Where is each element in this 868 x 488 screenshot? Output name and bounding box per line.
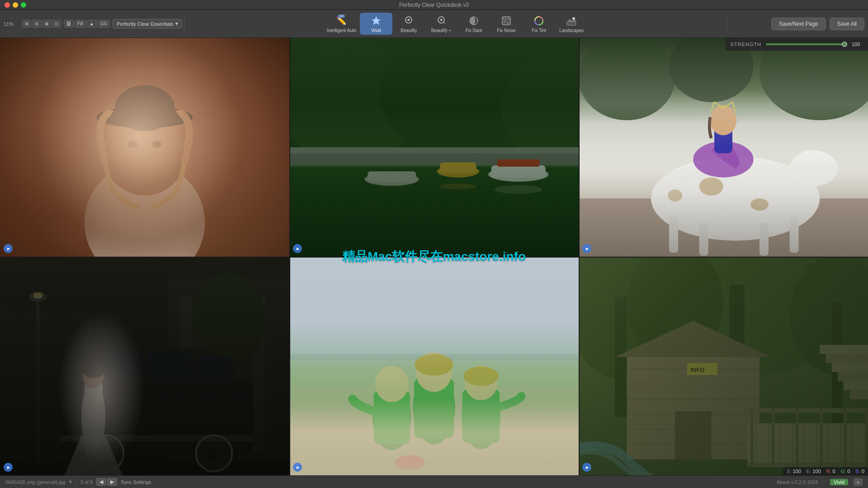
vivid-icon xyxy=(370,14,382,27)
svg-rect-11 xyxy=(507,22,509,23)
fix-tint-icon xyxy=(533,14,545,27)
strength-slider-thumb xyxy=(842,42,847,47)
view-btn-3[interactable]: ⊠ xyxy=(42,20,51,28)
strength-slider-fill xyxy=(766,43,847,45)
fix-tint-label: Fix Tint xyxy=(532,28,546,33)
photo-cell-1[interactable] xyxy=(0,38,289,257)
fix-dark-label: Fix Dark xyxy=(465,28,482,33)
vivid-status-badge: Vivid xyxy=(830,479,848,485)
photo-cell-3[interactable] xyxy=(579,38,868,257)
beautify-plus-label: Beautify + xyxy=(431,28,452,33)
preset-selector[interactable]: Perfectly Clear Essentials ▾ xyxy=(113,19,182,28)
cv-r-value: 0 xyxy=(833,469,835,474)
photo-cell-5[interactable] xyxy=(289,257,579,475)
zoom-level: 11% xyxy=(4,21,19,27)
toolbar-divider-1 xyxy=(184,15,184,33)
svg-rect-10 xyxy=(504,21,505,22)
photo-3-content xyxy=(579,38,868,257)
window-title: Perfectly Clear Quickdesk v3 xyxy=(399,2,469,8)
photo-2-content xyxy=(289,38,579,257)
intelligent-auto-icon: ✏️ HD xyxy=(335,14,348,27)
photo-cell-6[interactable]: INFO xyxy=(579,257,868,475)
cv-e: E: 100 xyxy=(807,469,821,474)
title-bar: Perfectly Clear Quickdesk v3 xyxy=(0,0,868,10)
beautify-plus-icon: + xyxy=(435,14,448,27)
filter-btn-4[interactable]: GG xyxy=(98,20,110,28)
photo-cell-4[interactable] xyxy=(0,257,289,475)
maximize-button[interactable] xyxy=(21,2,26,8)
svg-text:+: + xyxy=(443,22,445,25)
filter-btn-3[interactable]: ▲ xyxy=(87,20,97,28)
strength-panel: STRENGTH 100 xyxy=(725,38,868,51)
photo-5-play-btn[interactable] xyxy=(293,463,302,472)
status-bar: 06A5426.orig (generali).jpg ▾ | 3 of 6 ◀… xyxy=(0,475,868,488)
filename-display: 06A5426.orig (generali).jpg xyxy=(5,479,66,485)
tool-fix-tint[interactable]: Fix Tint xyxy=(523,13,555,35)
cv-e-value: 100 xyxy=(812,469,821,474)
grid-separator-vertical-2 xyxy=(579,38,580,475)
cv-r: R: 0 xyxy=(826,469,835,474)
expand-button[interactable]: » xyxy=(854,479,863,486)
svg-rect-7 xyxy=(503,18,505,19)
view-btn-4[interactable]: ⊡ xyxy=(52,20,61,28)
tool-fix-noise[interactable]: Fix Noise xyxy=(490,13,523,35)
toolbar-divider-2 xyxy=(726,15,727,33)
close-button[interactable] xyxy=(5,2,10,8)
filter-btn-1[interactable]: 🖼 xyxy=(64,20,74,28)
svg-point-1 xyxy=(408,19,410,21)
about-text: About v.3.2.0.1018 xyxy=(777,479,818,485)
photo-cell-2[interactable] xyxy=(289,38,579,257)
photo-5-content xyxy=(289,257,579,475)
preset-label: Perfectly Clear Essentials xyxy=(117,21,173,27)
photo-6-content xyxy=(579,257,868,475)
fix-noise-label: Fix Noise xyxy=(497,28,516,33)
tool-beautify[interactable]: Beautify xyxy=(392,13,425,35)
tool-beautify-plus[interactable]: + Beautify + xyxy=(425,13,458,35)
photo-2-play-btn[interactable] xyxy=(293,244,302,253)
save-next-button[interactable]: Save/Next Page xyxy=(771,18,826,30)
page-info: 3 of 6 xyxy=(80,479,93,485)
view-btn-2[interactable]: ⊟ xyxy=(32,20,41,28)
intelligent-auto-label: Intelligent Auto xyxy=(326,28,356,33)
tool-vivid[interactable]: Vivid xyxy=(360,13,392,35)
fix-dark-icon xyxy=(467,14,480,27)
sync-settings-button[interactable]: Sync Settings xyxy=(121,479,151,485)
cv-g-label: G: xyxy=(841,469,846,474)
tool-intelligent-auto[interactable]: ✏️ HD Intelligent Auto xyxy=(323,13,360,35)
filter-btn-2[interactable]: Fill xyxy=(75,20,86,28)
photo-4-content xyxy=(0,257,289,475)
minimize-button[interactable] xyxy=(13,2,18,8)
strength-label: STRENGTH xyxy=(731,42,762,47)
cv-s-value: 100 xyxy=(793,469,801,474)
color-values-panel: S: 100 E: 100 R: 0 G: 0 B: 0 xyxy=(783,467,868,475)
tool-fix-dark[interactable]: Fix Dark xyxy=(458,13,490,35)
svg-rect-8 xyxy=(505,19,506,20)
view-btn-1[interactable]: ⊞ xyxy=(22,20,31,28)
sub-toolbar: 11% ⊞ ⊟ ⊠ ⊡ 🖼 Fill ▲ GG Perfectly Clear … xyxy=(4,19,182,28)
cv-g-value: 0 xyxy=(847,469,850,474)
grid-separator-vertical-1 xyxy=(289,38,290,475)
cv-r-label: R: xyxy=(826,469,831,474)
save-all-button[interactable]: Save All xyxy=(830,18,864,30)
cv-s: S: 100 xyxy=(787,469,801,474)
svg-point-3 xyxy=(440,19,442,21)
cv-b-label: B: xyxy=(855,469,860,474)
status-right: About v.3.2.0.1018 | Vivid » xyxy=(777,479,863,486)
cv-s-label: S: xyxy=(787,469,791,474)
window-controls xyxy=(5,2,26,8)
tool-landscapes[interactable]: Landscapes xyxy=(555,13,588,35)
main-area: STRENGTH 100 S: 100 E: 100 R: 0 G: 0 B: … xyxy=(0,38,868,475)
toolbar: 11% ⊞ ⊟ ⊠ ⊡ 🖼 Fill ▲ GG Perfectly Clear … xyxy=(0,10,868,38)
photo-3-play-btn[interactable] xyxy=(582,244,591,253)
svg-rect-13 xyxy=(567,22,576,25)
filename-dropdown-icon[interactable]: ▾ xyxy=(69,479,72,485)
view-controls: ⊞ ⊟ ⊠ ⊡ xyxy=(22,20,61,28)
toolbar-center: ✏️ HD Intelligent Auto Vivid Beautify + … xyxy=(186,13,725,35)
photo-1-play-btn[interactable] xyxy=(4,244,13,253)
photo-4-play-btn[interactable] xyxy=(4,463,13,472)
nav-prev-button[interactable]: ◀ xyxy=(96,478,106,486)
photo-6-play-btn[interactable] xyxy=(582,463,591,472)
strength-slider-track[interactable] xyxy=(766,43,847,45)
beautify-icon xyxy=(402,14,415,27)
nav-next-button[interactable]: ▶ xyxy=(107,478,117,486)
